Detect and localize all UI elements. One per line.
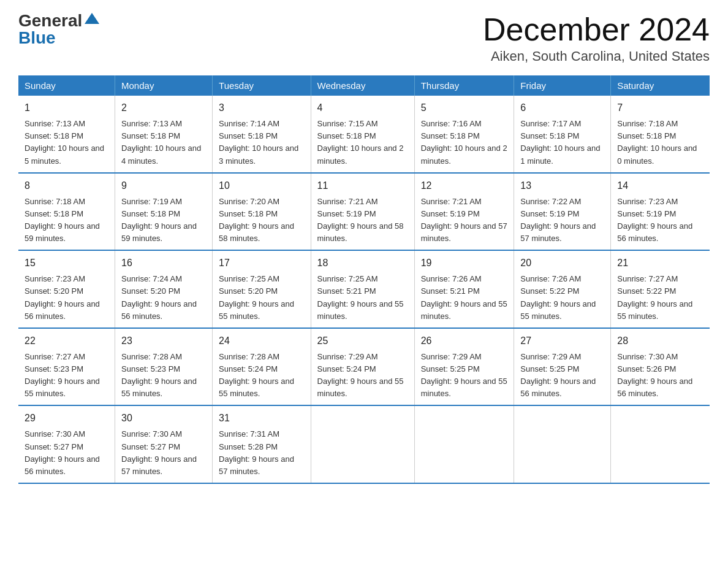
calendar-header-row: SundayMondayTuesdayWednesdayThursdayFrid… [18, 75, 710, 96]
day-number: 12 [421, 178, 508, 193]
page-header: General Blue December 2024 Aiken, South … [18, 12, 710, 64]
calendar-cell: 4Sunrise: 7:15 AMSunset: 5:18 PMDaylight… [311, 96, 414, 173]
day-info: Sunrise: 7:15 AMSunset: 5:18 PMDaylight:… [317, 118, 408, 167]
day-number: 1 [25, 101, 108, 115]
calendar-cell: 8Sunrise: 7:18 AMSunset: 5:18 PMDaylight… [18, 173, 115, 251]
header-sunday: Sunday [18, 75, 115, 96]
day-info: Sunrise: 7:21 AMSunset: 5:19 PMDaylight:… [421, 196, 508, 245]
day-info: Sunrise: 7:21 AMSunset: 5:19 PMDaylight:… [317, 196, 408, 245]
day-info: Sunrise: 7:27 AMSunset: 5:22 PMDaylight:… [617, 273, 703, 323]
calendar-cell: 22Sunrise: 7:27 AMSunset: 5:23 PMDayligh… [18, 328, 115, 406]
day-number: 24 [219, 334, 304, 348]
day-info: Sunrise: 7:27 AMSunset: 5:23 PMDaylight:… [25, 351, 108, 400]
day-info: Sunrise: 7:25 AMSunset: 5:20 PMDaylight:… [219, 273, 304, 323]
header-saturday: Saturday [611, 75, 710, 96]
day-number: 23 [121, 334, 206, 348]
title-section: December 2024 Aiken, South Carolina, Uni… [483, 12, 710, 64]
calendar-cell: 24Sunrise: 7:28 AMSunset: 5:24 PMDayligh… [213, 328, 311, 406]
header-tuesday: Tuesday [213, 75, 311, 96]
day-number: 20 [520, 256, 604, 270]
day-number: 2 [121, 101, 206, 115]
page-subtitle: Aiken, South Carolina, United States [483, 48, 710, 64]
calendar-cell: 17Sunrise: 7:25 AMSunset: 5:20 PMDayligh… [213, 250, 311, 328]
day-number: 13 [520, 178, 604, 193]
header-friday: Friday [514, 75, 611, 96]
calendar-cell: 30Sunrise: 7:30 AMSunset: 5:27 PMDayligh… [115, 405, 213, 483]
day-number: 25 [317, 334, 408, 348]
week-row-1: 1Sunrise: 7:13 AMSunset: 5:18 PMDaylight… [18, 96, 710, 173]
day-info: Sunrise: 7:13 AMSunset: 5:18 PMDaylight:… [121, 118, 206, 167]
logo-general: General [18, 12, 82, 29]
calendar-cell: 18Sunrise: 7:25 AMSunset: 5:21 PMDayligh… [311, 250, 414, 328]
header-monday: Monday [115, 75, 213, 96]
calendar-cell: 26Sunrise: 7:29 AMSunset: 5:25 PMDayligh… [414, 328, 514, 406]
calendar-cell: 14Sunrise: 7:23 AMSunset: 5:19 PMDayligh… [611, 173, 710, 251]
day-info: Sunrise: 7:22 AMSunset: 5:19 PMDaylight:… [520, 196, 604, 245]
calendar-cell: 3Sunrise: 7:14 AMSunset: 5:18 PMDaylight… [213, 96, 311, 173]
calendar-cell: 9Sunrise: 7:19 AMSunset: 5:18 PMDaylight… [115, 173, 213, 251]
logo: General Blue [18, 12, 99, 47]
calendar-cell [311, 405, 414, 483]
day-info: Sunrise: 7:25 AMSunset: 5:21 PMDaylight:… [317, 273, 408, 323]
week-row-2: 8Sunrise: 7:18 AMSunset: 5:18 PMDaylight… [18, 173, 710, 251]
day-info: Sunrise: 7:29 AMSunset: 5:25 PMDaylight:… [520, 351, 604, 400]
day-number: 14 [617, 178, 703, 193]
day-number: 21 [617, 256, 703, 270]
day-info: Sunrise: 7:28 AMSunset: 5:23 PMDaylight:… [121, 351, 206, 400]
day-number: 3 [219, 101, 304, 115]
day-number: 7 [617, 101, 703, 115]
day-info: Sunrise: 7:26 AMSunset: 5:21 PMDaylight:… [421, 273, 508, 323]
week-row-3: 15Sunrise: 7:23 AMSunset: 5:20 PMDayligh… [18, 250, 710, 328]
day-number: 8 [25, 178, 108, 193]
header-wednesday: Wednesday [311, 75, 414, 96]
day-number: 6 [520, 101, 604, 115]
day-info: Sunrise: 7:26 AMSunset: 5:22 PMDaylight:… [520, 273, 604, 323]
calendar-cell: 19Sunrise: 7:26 AMSunset: 5:21 PMDayligh… [414, 250, 514, 328]
day-number: 27 [520, 334, 604, 348]
day-info: Sunrise: 7:23 AMSunset: 5:19 PMDaylight:… [617, 196, 703, 245]
day-info: Sunrise: 7:28 AMSunset: 5:24 PMDaylight:… [219, 351, 304, 400]
day-number: 29 [25, 411, 108, 426]
calendar-cell: 25Sunrise: 7:29 AMSunset: 5:24 PMDayligh… [311, 328, 414, 406]
day-number: 18 [317, 256, 408, 270]
page-title: December 2024 [483, 12, 710, 47]
day-info: Sunrise: 7:24 AMSunset: 5:20 PMDaylight:… [121, 273, 206, 323]
header-thursday: Thursday [414, 75, 514, 96]
day-number: 10 [219, 178, 304, 193]
day-info: Sunrise: 7:19 AMSunset: 5:18 PMDaylight:… [121, 196, 206, 245]
day-info: Sunrise: 7:30 AMSunset: 5:27 PMDaylight:… [25, 428, 108, 478]
day-number: 15 [25, 256, 108, 270]
calendar-cell: 13Sunrise: 7:22 AMSunset: 5:19 PMDayligh… [514, 173, 611, 251]
calendar-cell [414, 405, 514, 483]
calendar-cell: 27Sunrise: 7:29 AMSunset: 5:25 PMDayligh… [514, 328, 611, 406]
day-info: Sunrise: 7:31 AMSunset: 5:28 PMDaylight:… [219, 428, 304, 478]
calendar-cell: 1Sunrise: 7:13 AMSunset: 5:18 PMDaylight… [18, 96, 115, 173]
calendar-cell: 20Sunrise: 7:26 AMSunset: 5:22 PMDayligh… [514, 250, 611, 328]
calendar-cell: 29Sunrise: 7:30 AMSunset: 5:27 PMDayligh… [18, 405, 115, 483]
day-info: Sunrise: 7:30 AMSunset: 5:27 PMDaylight:… [121, 428, 206, 478]
calendar-cell: 11Sunrise: 7:21 AMSunset: 5:19 PMDayligh… [311, 173, 414, 251]
day-number: 19 [421, 256, 508, 270]
day-number: 4 [317, 101, 408, 115]
day-number: 31 [219, 411, 304, 426]
calendar-cell: 7Sunrise: 7:18 AMSunset: 5:18 PMDaylight… [611, 96, 710, 173]
day-number: 16 [121, 256, 206, 270]
day-number: 9 [121, 178, 206, 193]
calendar-cell: 10Sunrise: 7:20 AMSunset: 5:18 PMDayligh… [213, 173, 311, 251]
day-info: Sunrise: 7:14 AMSunset: 5:18 PMDaylight:… [219, 118, 304, 167]
day-info: Sunrise: 7:18 AMSunset: 5:18 PMDaylight:… [617, 118, 703, 167]
day-info: Sunrise: 7:29 AMSunset: 5:24 PMDaylight:… [317, 351, 408, 400]
calendar-cell: 21Sunrise: 7:27 AMSunset: 5:22 PMDayligh… [611, 250, 710, 328]
day-info: Sunrise: 7:23 AMSunset: 5:20 PMDaylight:… [25, 273, 108, 323]
day-info: Sunrise: 7:13 AMSunset: 5:18 PMDaylight:… [25, 118, 108, 167]
logo-blue: Blue [18, 29, 56, 47]
day-number: 5 [421, 101, 508, 115]
day-number: 28 [617, 334, 703, 348]
day-number: 11 [317, 178, 408, 193]
day-number: 30 [121, 411, 206, 426]
logo-triangle-icon [85, 13, 99, 24]
day-info: Sunrise: 7:30 AMSunset: 5:26 PMDaylight:… [617, 351, 703, 400]
calendar-cell: 28Sunrise: 7:30 AMSunset: 5:26 PMDayligh… [611, 328, 710, 406]
day-info: Sunrise: 7:20 AMSunset: 5:18 PMDaylight:… [219, 196, 304, 245]
week-row-5: 29Sunrise: 7:30 AMSunset: 5:27 PMDayligh… [18, 405, 710, 483]
